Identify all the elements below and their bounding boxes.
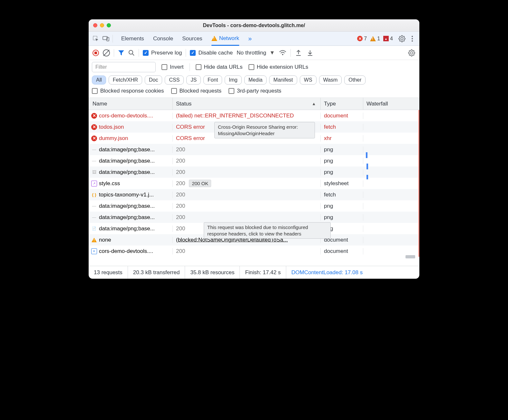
svg-rect-2: [107, 37, 109, 41]
filter-icon[interactable]: [118, 50, 124, 56]
clear-button[interactable]: [103, 49, 110, 56]
more-icon[interactable]: [408, 35, 416, 43]
import-har-icon[interactable]: [295, 49, 302, 57]
warnings-badge[interactable]: 1: [370, 36, 380, 42]
tab-console[interactable]: Console: [153, 32, 173, 45]
error-icon: ✕: [357, 36, 363, 41]
filter-pill-font[interactable]: Font: [203, 75, 222, 85]
errors-count: 7: [364, 36, 367, 42]
cell-name: —data:image/png;base...: [89, 203, 173, 209]
filter-pill-wasm[interactable]: Wasm: [319, 75, 342, 85]
column-status[interactable]: Status▲: [173, 98, 321, 110]
divider: [290, 49, 291, 57]
svg-point-6: [129, 50, 133, 54]
waterfall-bar: [366, 152, 367, 158]
inspect-icon[interactable]: [92, 35, 100, 43]
filter-pill-media[interactable]: Media: [244, 75, 267, 85]
network-conditions-icon[interactable]: [279, 49, 287, 57]
chevron-down-icon: ▼: [269, 50, 275, 56]
checkbox-icon: [249, 64, 254, 70]
blocked-requests-checkbox[interactable]: Blocked requests: [171, 88, 221, 94]
placeholder-icon: —: [91, 215, 97, 220]
filter-pill-js[interactable]: JS: [186, 75, 201, 85]
checkbox-checked-icon: ✓: [190, 50, 196, 56]
invert-checkbox[interactable]: Invert: [161, 64, 184, 70]
issues-badge[interactable]: ⬥4: [383, 36, 393, 42]
placeholder-icon: —: [91, 203, 97, 209]
blocked-tooltip: This request was blocked due to misconfi…: [204, 222, 331, 239]
table-row[interactable]: —data:image/png;base...200png: [89, 144, 418, 155]
hide-data-urls-checkbox[interactable]: Hide data URLs: [196, 64, 243, 70]
status-bar: 13 requests 20.3 kB transferred 35.8 kB …: [89, 266, 419, 279]
export-har-icon[interactable]: [306, 49, 314, 57]
file-icon: 📄: [91, 226, 97, 232]
table-row[interactable]: ✕cors-demo-devtools....(failed) net::ERR…: [89, 110, 418, 121]
search-icon[interactable]: [128, 50, 135, 56]
json-icon: { }: [91, 192, 97, 198]
cell-type: png: [321, 169, 363, 175]
preserve-log-checkbox[interactable]: ✓Preserve log: [143, 50, 182, 56]
cell-name: ≡cors-demo-devtools....: [89, 248, 173, 255]
tab-elements[interactable]: Elements: [121, 32, 144, 45]
table-row[interactable]: 🖼data:image/png;base...200png: [89, 166, 418, 178]
filter-pill-manifest[interactable]: Manifest: [269, 75, 297, 85]
status-text: (failed) net::ERR_INTERNET_DISCONNECTED: [176, 113, 294, 119]
cell-name: ↗style.css: [89, 180, 173, 187]
third-party-checkbox[interactable]: 3rd-party requests: [229, 88, 281, 94]
table-row[interactable]: —data:image/png;base...200png: [89, 200, 418, 212]
blocked-requests-label: Blocked requests: [180, 88, 221, 94]
table-header: Name Status▲ Type Waterfall: [89, 98, 419, 110]
column-waterfall[interactable]: Waterfall: [363, 98, 419, 110]
column-name[interactable]: Name: [89, 98, 173, 110]
filter-pill-ws[interactable]: WS: [300, 75, 317, 85]
resources-size: 35.8 kB resources: [185, 266, 240, 279]
request-name: topics-taxonomy-v1.j...: [99, 192, 154, 198]
warning-icon: [370, 36, 376, 41]
throttling-select[interactable]: No throttling▼: [237, 50, 275, 56]
filter-pill-css[interactable]: CSS: [165, 75, 184, 85]
cell-type: fetch: [321, 124, 363, 130]
tab-sources[interactable]: Sources: [182, 32, 202, 45]
record-button[interactable]: [93, 50, 99, 56]
checkbox-icon: [196, 64, 201, 70]
errors-badge[interactable]: ✕7: [357, 36, 367, 42]
tab-network[interactable]: Network: [211, 32, 239, 46]
filter-pill-img[interactable]: Img: [225, 75, 242, 85]
network-settings-icon[interactable]: [408, 49, 415, 57]
cell-name: —data:image/png;base...: [89, 214, 173, 221]
error-icon: ✕: [91, 113, 97, 119]
request-name: style.css: [99, 180, 120, 187]
settings-icon[interactable]: [398, 35, 406, 43]
table-row[interactable]: ↗style.css200200 OKstylesheet: [89, 178, 418, 189]
column-type[interactable]: Type: [321, 98, 363, 110]
status-text: 200: [176, 158, 185, 164]
filter-input[interactable]: [92, 62, 156, 72]
blocked-cookies-checkbox[interactable]: Blocked response cookies: [92, 88, 164, 94]
request-name: todos.json: [99, 124, 124, 130]
cell-status: 200: [173, 146, 321, 153]
window-title: DevTools - cors-demo-devtools.glitch.me/: [89, 23, 419, 28]
request-name: data:image/png;base...: [99, 225, 155, 232]
filter-pill-doc[interactable]: Doc: [145, 75, 162, 85]
svg-text:!: !: [93, 239, 94, 242]
request-name: cors-demo-devtools....: [99, 113, 153, 119]
table-row[interactable]: { }topics-taxonomy-v1.j...200fetch: [89, 189, 418, 200]
overflow-tabs-button[interactable]: »: [248, 32, 252, 45]
device-toolbar-icon[interactable]: [102, 35, 110, 43]
type-filter-pills: All Fetch/XHR Doc CSS JS Font Img Media …: [92, 75, 416, 85]
image-icon: 🖼: [91, 169, 97, 175]
status-badge: 200 OK: [189, 180, 211, 187]
tab-network-label: Network: [219, 35, 239, 42]
status-badges: ✕7 1 ⬥4: [357, 36, 393, 42]
filter-pill-fetchxhr[interactable]: Fetch/XHR: [109, 75, 142, 85]
filter-pill-all[interactable]: All: [92, 75, 106, 85]
table-row[interactable]: —data:image/png;base...200png: [89, 212, 418, 223]
checkbox-icon: [229, 88, 234, 94]
titlebar: DevTools - cors-demo-devtools.glitch.me/: [89, 19, 419, 32]
disable-cache-checkbox[interactable]: ✓Disable cache: [190, 50, 233, 56]
table-row[interactable]: ≡cors-demo-devtools....200document: [89, 245, 418, 257]
table-row[interactable]: —data:image/png;base...200png: [89, 155, 418, 166]
cell-name: ✕cors-demo-devtools....: [89, 113, 173, 119]
hide-extension-urls-checkbox[interactable]: Hide extension URLs: [249, 64, 308, 70]
filter-pill-other[interactable]: Other: [344, 75, 366, 85]
